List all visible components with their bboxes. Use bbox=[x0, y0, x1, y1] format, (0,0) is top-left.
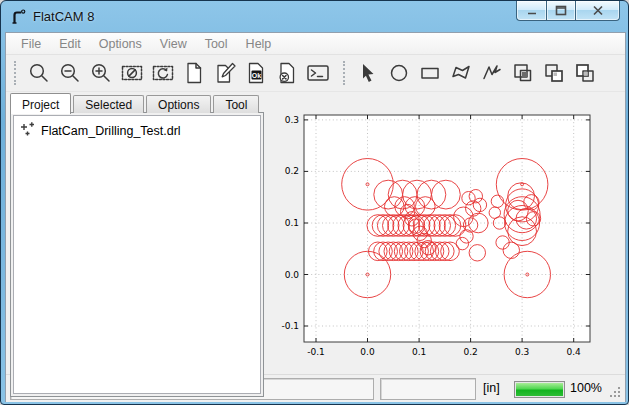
status-aux-panel bbox=[380, 378, 476, 400]
svg-text:0.2: 0.2 bbox=[285, 166, 299, 176]
zoom-in-button[interactable] bbox=[85, 59, 116, 88]
titlebar[interactable]: FlatCAM 8 bbox=[1, 1, 628, 32]
toolbar-grip[interactable] bbox=[14, 61, 17, 85]
panel-tabs: Project Selected Options Tool bbox=[10, 92, 261, 113]
zoom-fit-button[interactable] bbox=[23, 59, 54, 88]
menu-view[interactable]: View bbox=[151, 34, 196, 54]
maximize-button[interactable] bbox=[546, 1, 576, 21]
ok-file-icon: Ok bbox=[244, 61, 268, 85]
shell-button[interactable] bbox=[302, 59, 333, 88]
progress-percent: 100% bbox=[570, 381, 602, 395]
clear-plot-button[interactable] bbox=[116, 59, 147, 88]
draw-rectangle-button[interactable] bbox=[414, 59, 445, 88]
edit-file-button[interactable] bbox=[209, 59, 240, 88]
svg-text:0.1: 0.1 bbox=[285, 218, 299, 228]
geo-subtract-icon bbox=[573, 61, 597, 85]
menu-edit[interactable]: Edit bbox=[50, 34, 90, 54]
geo-intersection-button[interactable] bbox=[538, 59, 569, 88]
shell-icon bbox=[306, 61, 330, 85]
toolbar: Ok bbox=[6, 55, 625, 92]
menubar: File Edit Options View Tool Help bbox=[6, 33, 625, 55]
draw-polygon-button[interactable] bbox=[445, 59, 476, 88]
close-button[interactable] bbox=[576, 1, 620, 21]
tab-selected[interactable]: Selected bbox=[73, 95, 144, 113]
svg-text:-0.1: -0.1 bbox=[281, 321, 299, 331]
zoom-out-icon bbox=[58, 61, 82, 85]
client-area: File Edit Options View Tool Help bbox=[5, 32, 626, 402]
svg-text:-0.1: -0.1 bbox=[307, 347, 325, 357]
progress-bar bbox=[514, 381, 565, 398]
menu-help[interactable]: Help bbox=[237, 34, 281, 54]
resize-grip-icon[interactable] bbox=[609, 385, 622, 403]
app-window: FlatCAM 8 File Edit Options View Tool He… bbox=[0, 0, 629, 405]
svg-text:0.1: 0.1 bbox=[412, 347, 426, 357]
plot-canvas[interactable]: -0.10.00.10.20.30.4-0.10.00.10.20.3 bbox=[268, 93, 623, 374]
draw-polyline-button[interactable] bbox=[476, 59, 507, 88]
minimize-button[interactable] bbox=[516, 1, 546, 21]
new-file-button[interactable] bbox=[178, 59, 209, 88]
draw-circle-icon bbox=[387, 61, 411, 85]
zoom-fit-icon bbox=[27, 61, 51, 85]
zoom-out-button[interactable] bbox=[54, 59, 85, 88]
menu-options[interactable]: Options bbox=[90, 34, 151, 54]
geo-union-icon bbox=[511, 61, 535, 85]
replot-button[interactable] bbox=[147, 59, 178, 88]
select-arrow-icon bbox=[356, 61, 380, 85]
new-file-icon bbox=[182, 61, 206, 85]
window-title: FlatCAM 8 bbox=[33, 9, 94, 24]
flatcam-logo-icon bbox=[10, 8, 27, 25]
svg-text:Ok: Ok bbox=[251, 72, 260, 79]
cancel-file-button[interactable] bbox=[271, 59, 302, 88]
svg-text:0.3: 0.3 bbox=[515, 347, 529, 357]
draw-rectangle-icon bbox=[418, 61, 442, 85]
svg-text:0.4: 0.4 bbox=[567, 347, 582, 357]
tab-options[interactable]: Options bbox=[146, 95, 211, 113]
toolbar-grip[interactable] bbox=[343, 61, 346, 85]
replot-icon bbox=[151, 61, 175, 85]
svg-text:0.0: 0.0 bbox=[285, 270, 300, 280]
project-panel: FlatCam_Drilling_Test.drl bbox=[10, 112, 264, 397]
ok-file-button[interactable]: Ok bbox=[240, 59, 271, 88]
drill-marks-icon bbox=[19, 121, 35, 140]
tab-tool[interactable]: Tool bbox=[213, 95, 259, 113]
svg-text:0.0: 0.0 bbox=[360, 347, 375, 357]
draw-polygon-icon bbox=[449, 61, 473, 85]
tree-item-drill-file[interactable]: FlatCam_Drilling_Test.drl bbox=[16, 119, 258, 142]
geo-union-button[interactable] bbox=[507, 59, 538, 88]
svg-text:0.2: 0.2 bbox=[463, 347, 477, 357]
project-tree[interactable]: FlatCam_Drilling_Test.drl bbox=[13, 115, 261, 394]
menu-file[interactable]: File bbox=[12, 34, 50, 54]
edit-file-icon bbox=[213, 61, 237, 85]
select-tool-button[interactable] bbox=[352, 59, 383, 88]
zoom-in-icon bbox=[89, 61, 113, 85]
drill-plot[interactable]: -0.10.00.10.20.30.4-0.10.00.10.20.3 bbox=[268, 93, 623, 374]
svg-text:0.3: 0.3 bbox=[285, 115, 299, 125]
draw-circle-button[interactable] bbox=[383, 59, 414, 88]
caption-buttons bbox=[516, 1, 620, 21]
draw-polyline-icon bbox=[480, 61, 504, 85]
cancel-file-icon bbox=[275, 61, 299, 85]
tab-project[interactable]: Project bbox=[10, 93, 71, 114]
units-label: [in] bbox=[483, 381, 500, 395]
geo-subtract-button[interactable] bbox=[569, 59, 600, 88]
menu-tool[interactable]: Tool bbox=[196, 34, 237, 54]
tree-item-label: FlatCam_Drilling_Test.drl bbox=[41, 124, 181, 138]
clear-plot-icon bbox=[120, 61, 144, 85]
geo-intersection-icon bbox=[542, 61, 566, 85]
